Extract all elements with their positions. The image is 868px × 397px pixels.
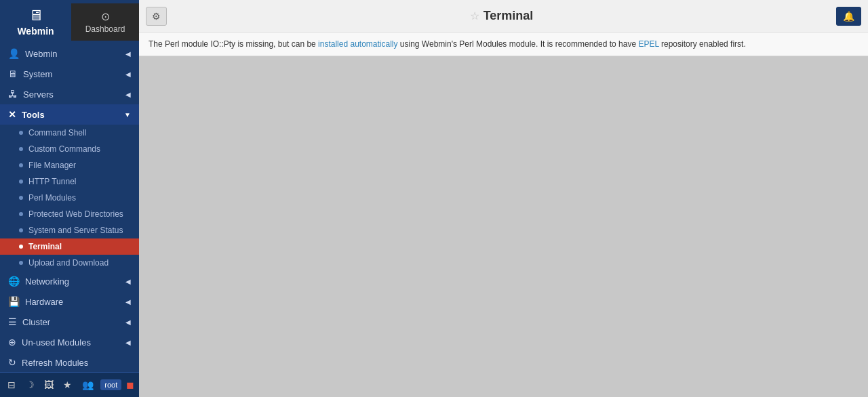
sidebar-item-networking[interactable]: 🌐 Networking ◀: [0, 271, 139, 291]
footer-user-label[interactable]: root: [100, 379, 121, 390]
sub-item-label: HTTP Tunnel: [28, 177, 76, 186]
dashboard-label: Dashboard: [85, 24, 125, 34]
sidebar-item-label: Un-used Modules: [22, 337, 91, 348]
sub-item-label: Upload and Download: [28, 258, 108, 268]
cluster-nav-icon: ☰: [8, 316, 17, 327]
sub-item-label: Protected Web Directories: [28, 209, 123, 219]
dashboard-icon: ⊙: [101, 10, 110, 23]
sidebar-item-command-shell[interactable]: Command Shell: [0, 125, 139, 141]
sub-dot-icon: [19, 228, 23, 232]
webmin-icon: 🖥: [28, 7, 43, 24]
sidebar-item-label: Servers: [23, 89, 54, 100]
main-content: ⚙ ☆ Terminal 🔔 The Perl module IO::Pty i…: [139, 0, 868, 397]
sub-dot-icon: [19, 180, 23, 184]
sub-item-label: Perl Modules: [28, 193, 76, 203]
epel-link[interactable]: EPEL: [638, 39, 658, 49]
info-suffix-text: repository enabled first.: [659, 39, 746, 49]
sidebar-item-label: Hardware: [25, 297, 63, 307]
hardware-nav-arrow: ◀: [125, 298, 131, 306]
webmin-logo-text: Webmin: [17, 26, 54, 37]
sidebar-item-system[interactable]: 🖥 System ◀: [0, 64, 139, 84]
header-title-area: ☆ Terminal: [167, 9, 836, 23]
footer-toggle-button[interactable]: ⊟: [5, 378, 18, 392]
sidebar-item-cluster[interactable]: ☰ Cluster ◀: [0, 312, 139, 332]
unused-modules-nav-icon: ⊕: [8, 337, 16, 348]
sidebar-header: 🖥 Webmin ⊙ Dashboard: [0, 0, 139, 43]
favorite-star-icon[interactable]: ☆: [470, 9, 479, 22]
sidebar-item-unused-modules[interactable]: ⊕ Un-used Modules ◀: [0, 332, 139, 352]
hardware-nav-icon: 💾: [8, 296, 20, 307]
cluster-nav-arrow: ◀: [125, 318, 131, 326]
info-message-bar: The Perl module IO::Pty is missing, but …: [139, 33, 868, 56]
sidebar-item-custom-commands[interactable]: Custom Commands: [0, 141, 139, 157]
sidebar: 🖥 Webmin ⊙ Dashboard 👤 Webmin ◀ 🖥 System…: [0, 0, 139, 397]
sub-item-label: Command Shell: [28, 128, 86, 138]
sidebar-item-upload-and-download[interactable]: Upload and Download: [0, 255, 139, 271]
sub-dot-icon: [19, 212, 23, 216]
tools-nav-arrow: ▼: [124, 111, 131, 119]
networking-nav-arrow: ◀: [125, 278, 131, 285]
sidebar-item-refresh-modules[interactable]: ↻ Refresh Modules: [0, 352, 139, 372]
sub-item-label: Terminal: [28, 242, 62, 251]
system-nav-icon: 🖥: [8, 68, 18, 79]
footer-theme-button[interactable]: ☽: [23, 378, 37, 392]
page-title: Terminal: [484, 9, 534, 23]
sub-item-label: File Manager: [28, 161, 76, 170]
sidebar-item-protected-web-directories[interactable]: Protected Web Directories: [0, 206, 139, 222]
sidebar-item-file-manager[interactable]: File Manager: [0, 157, 139, 173]
info-middle-text: using Webmin's Perl Modules module. It i…: [398, 39, 639, 49]
settings-button[interactable]: ⚙: [146, 7, 167, 26]
sub-item-label: Custom Commands: [28, 144, 100, 154]
sub-dot-icon: [19, 131, 23, 135]
sidebar-nav: 👤 Webmin ◀ 🖥 System ◀ 🖧 Servers ◀ ✕ Tool…: [0, 43, 139, 372]
footer-users-button[interactable]: 👥: [79, 378, 96, 392]
sidebar-item-label: System: [23, 69, 52, 79]
sidebar-item-system-and-server-status[interactable]: System and Server Status: [0, 222, 139, 238]
servers-nav-icon: 🖧: [8, 89, 18, 100]
sub-dot-icon: [19, 196, 23, 200]
sub-dot-icon: [19, 163, 23, 167]
info-prefix-text: The Perl module IO::Pty is missing, but …: [149, 39, 318, 49]
webmin-logo[interactable]: 🖥 Webmin: [0, 0, 71, 43]
installed-automatically-link[interactable]: installed automatically: [318, 39, 397, 49]
dashboard-button[interactable]: ⊙ Dashboard: [71, 3, 139, 41]
sidebar-item-hardware[interactable]: 💾 Hardware ◀: [0, 291, 139, 312]
sidebar-item-webmin[interactable]: 👤 Webmin ◀: [0, 43, 139, 64]
sidebar-item-terminal[interactable]: Terminal: [0, 238, 139, 255]
system-nav-arrow: ◀: [125, 70, 131, 78]
refresh-modules-icon: ↻: [8, 357, 16, 368]
sub-dot-icon: [19, 245, 23, 249]
sidebar-item-label: Tools: [22, 110, 45, 120]
footer-logout-button[interactable]: ◼: [126, 379, 134, 390]
sidebar-footer: ⊟ ☽ 🖼 ★ 👥 root ◼: [0, 372, 139, 397]
footer-window-button[interactable]: 🖼: [41, 378, 56, 392]
sidebar-item-perl-modules[interactable]: Perl Modules: [0, 190, 139, 206]
sidebar-item-tools[interactable]: ✕ Tools ▼: [0, 104, 139, 125]
sub-dot-icon: [19, 261, 23, 265]
terminal-area: [139, 56, 868, 397]
sidebar-item-label: Webmin: [25, 49, 57, 59]
main-header: ⚙ ☆ Terminal 🔔: [139, 0, 868, 33]
sidebar-item-servers[interactable]: 🖧 Servers ◀: [0, 84, 139, 104]
webmin-nav-icon: 👤: [8, 48, 20, 59]
sidebar-item-label: Networking: [25, 276, 69, 287]
webmin-nav-arrow: ◀: [125, 50, 131, 58]
notification-button[interactable]: 🔔: [836, 7, 861, 26]
unused-modules-nav-arrow: ◀: [125, 339, 131, 346]
sidebar-item-label: Cluster: [22, 317, 50, 327]
footer-star-button[interactable]: ★: [60, 378, 75, 392]
networking-nav-icon: 🌐: [8, 276, 20, 287]
tools-nav-icon: ✕: [8, 109, 16, 120]
sidebar-item-label: Refresh Modules: [22, 358, 88, 368]
servers-nav-arrow: ◀: [125, 91, 131, 98]
sub-dot-icon: [19, 147, 23, 151]
sub-item-label: System and Server Status: [28, 226, 123, 235]
sidebar-item-http-tunnel[interactable]: HTTP Tunnel: [0, 173, 139, 190]
